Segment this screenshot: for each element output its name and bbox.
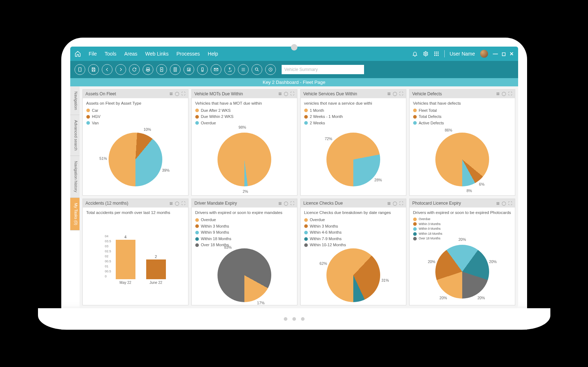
panel-close-icon[interactable]: ⊠ bbox=[169, 201, 173, 206]
panel-close-icon[interactable]: ⊠ bbox=[387, 201, 391, 206]
side-tab-0[interactable]: Navigation bbox=[70, 86, 80, 115]
panel-refresh-icon[interactable]: ◯ bbox=[393, 91, 397, 96]
panel-refresh-icon[interactable]: ◯ bbox=[175, 91, 179, 96]
user-name-label[interactable]: User Name bbox=[450, 51, 475, 57]
apps-icon[interactable] bbox=[434, 51, 439, 57]
doc-icon[interactable] bbox=[170, 64, 181, 75]
search-input[interactable]: Vehicle Summary bbox=[282, 65, 364, 74]
menu-file[interactable]: File bbox=[89, 51, 97, 57]
export-icon[interactable] bbox=[156, 64, 167, 75]
bell-icon[interactable] bbox=[412, 51, 418, 57]
menu-weblinks[interactable]: Web Links bbox=[145, 51, 168, 57]
panel-close-icon[interactable]: ⊠ bbox=[278, 91, 282, 96]
panel-close-icon[interactable]: ⊠ bbox=[278, 201, 282, 206]
save-icon[interactable] bbox=[88, 64, 99, 75]
panel-refresh-icon[interactable]: ◯ bbox=[502, 91, 506, 96]
gear-icon[interactable] bbox=[423, 51, 429, 57]
pie-slice-label: 20% bbox=[459, 237, 466, 242]
side-tab-1[interactable]: Advanced search bbox=[70, 115, 80, 156]
list-icon[interactable] bbox=[238, 64, 249, 75]
panel-expand-icon[interactable]: ⛶ bbox=[399, 91, 403, 96]
home-icon[interactable] bbox=[75, 51, 81, 57]
legend-swatch bbox=[195, 121, 199, 125]
panel-refresh-icon[interactable]: ◯ bbox=[284, 91, 288, 96]
upload-icon[interactable] bbox=[224, 64, 235, 75]
mobile-icon[interactable] bbox=[197, 64, 208, 75]
panel-title: Licence Checks Due bbox=[303, 201, 343, 206]
panel-expand-icon[interactable]: ⛶ bbox=[290, 201, 294, 206]
legend-label: Within 3 Months bbox=[201, 223, 229, 230]
avatar[interactable] bbox=[480, 50, 488, 58]
svg-rect-9 bbox=[438, 55, 439, 56]
legend-swatch bbox=[86, 121, 90, 125]
panel-expand-icon[interactable]: ⛶ bbox=[181, 91, 185, 96]
legend-swatch bbox=[195, 224, 199, 228]
panel-close-icon[interactable]: ⊠ bbox=[496, 201, 499, 206]
panel-expand-icon[interactable]: ⛶ bbox=[508, 201, 512, 206]
refresh-icon[interactable] bbox=[129, 64, 140, 75]
side-tab-3[interactable]: My Tasks (0) bbox=[70, 198, 80, 230]
pie-chart bbox=[217, 133, 271, 186]
legend-swatch bbox=[86, 115, 90, 119]
panel-close-icon[interactable]: ⊠ bbox=[496, 91, 499, 96]
panel-title: Accidents (12 months) bbox=[86, 201, 128, 206]
side-tabs: NavigationAdvanced searchNavigation hist… bbox=[70, 86, 80, 308]
svg-point-15 bbox=[202, 70, 202, 71]
menu-tools[interactable]: Tools bbox=[105, 51, 116, 57]
search-icon[interactable] bbox=[252, 64, 262, 75]
close-button[interactable]: ✕ bbox=[510, 51, 514, 57]
panel-refresh-icon[interactable]: ◯ bbox=[502, 201, 506, 206]
panel-expand-icon[interactable]: ⛶ bbox=[508, 91, 512, 96]
pie-slice-label: 98% bbox=[239, 125, 246, 129]
pie-slice-label: 10% bbox=[144, 127, 151, 132]
panel-close-icon[interactable]: ⊠ bbox=[169, 91, 173, 96]
legend-label: Within 3 Months bbox=[419, 222, 441, 227]
legend-label: Within 18 Months bbox=[419, 232, 443, 237]
legend-label: Within 9 Months bbox=[419, 227, 441, 232]
new-icon[interactable] bbox=[75, 64, 85, 75]
legend-swatch bbox=[304, 237, 308, 241]
panel-expand-icon[interactable]: ⛶ bbox=[399, 201, 403, 206]
panel-title: Assets On Fleet bbox=[86, 91, 116, 96]
legend-swatch bbox=[304, 218, 308, 222]
pie-slice-label: 2% bbox=[243, 189, 248, 194]
legend-label: 1 Month bbox=[310, 108, 324, 114]
side-tab-2[interactable]: Navigation history bbox=[70, 156, 80, 197]
laptop-frame: File Tools Areas Web Links Processes Hel… bbox=[61, 38, 527, 330]
legend-label: Active Defects bbox=[419, 120, 444, 127]
legend-swatch bbox=[304, 109, 308, 112]
mail-icon[interactable] bbox=[211, 64, 221, 75]
clock-icon[interactable] bbox=[265, 64, 276, 75]
panel-vehicle-defects: Vehicle Defects⊠◯⛶Vehicles that have def… bbox=[409, 89, 515, 196]
panel-expand-icon[interactable]: ⛶ bbox=[290, 91, 294, 96]
panel-subtitle: Licence Checks due breakdown by date ran… bbox=[304, 210, 402, 215]
menu-processes[interactable]: Processes bbox=[176, 51, 200, 57]
forward-icon[interactable] bbox=[115, 64, 126, 75]
menu-help[interactable]: Help bbox=[208, 51, 218, 57]
panel-refresh-icon[interactable]: ◯ bbox=[393, 201, 397, 206]
legend-label: Within 3 Months bbox=[310, 223, 338, 230]
print-icon[interactable] bbox=[143, 64, 153, 75]
panel-driver-mandate: Driver Mandate Expiry⊠◯⛶Drivers with exp… bbox=[191, 199, 297, 305]
legend-swatch bbox=[195, 218, 199, 222]
panel-refresh-icon[interactable]: ◯ bbox=[284, 201, 288, 206]
legend-swatch bbox=[304, 121, 308, 125]
report-icon[interactable] bbox=[183, 64, 194, 75]
legend-swatch bbox=[413, 115, 417, 119]
legend-label: Total Defects bbox=[419, 114, 442, 120]
maximize-button[interactable]: ◻ bbox=[502, 51, 506, 57]
pie-slice-label: 17% bbox=[257, 301, 264, 305]
panel-refresh-icon[interactable]: ◯ bbox=[175, 201, 179, 206]
menu-areas[interactable]: Areas bbox=[124, 51, 138, 57]
pie-slice-label: 31% bbox=[381, 278, 389, 282]
legend-label: 2 Weeks bbox=[310, 120, 325, 127]
legend-swatch bbox=[195, 109, 199, 112]
panel-subtitle: Assets on Fleet by Asset Type bbox=[86, 101, 185, 105]
panel-expand-icon[interactable]: ⛶ bbox=[181, 201, 185, 206]
back-icon[interactable] bbox=[102, 64, 113, 75]
panel-close-icon[interactable]: ⊠ bbox=[387, 91, 391, 96]
legend-label: Car bbox=[92, 108, 99, 114]
legend-swatch bbox=[413, 218, 417, 221]
minimize-button[interactable]: — bbox=[493, 51, 498, 57]
svg-point-17 bbox=[255, 68, 258, 70]
